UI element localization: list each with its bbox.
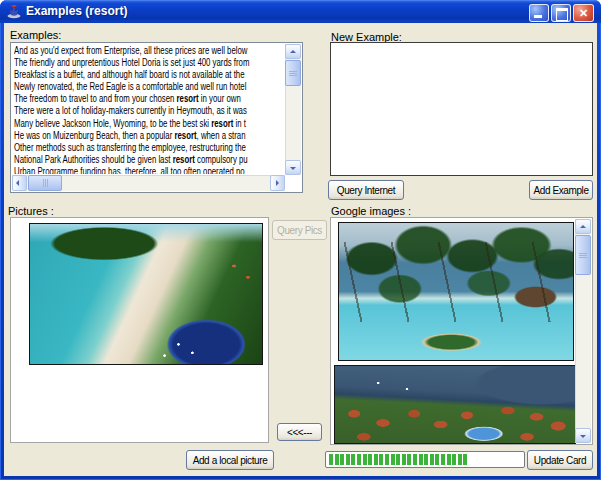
google-images-scrollbar[interactable] bbox=[575, 219, 591, 443]
examples-vertical-scrollbar[interactable] bbox=[285, 44, 301, 175]
scrollbar-thumb[interactable] bbox=[28, 175, 62, 191]
add-example-button[interactable]: Add Example bbox=[529, 180, 593, 200]
examples-horizontal-scrollbar[interactable] bbox=[12, 175, 285, 191]
pictures-panel[interactable] bbox=[10, 217, 269, 443]
minimize-button[interactable] bbox=[529, 4, 549, 22]
update-card-button[interactable]: Update Card bbox=[527, 450, 593, 470]
window-controls: ✕ bbox=[529, 4, 594, 22]
app-window: Examples (resort) ✕ Examples: And as you… bbox=[0, 0, 601, 480]
window-frame: Examples (resort) ✕ Examples: And as you… bbox=[0, 0, 601, 480]
thumb-grip bbox=[579, 255, 587, 256]
transfer-left-button[interactable]: <<<--- bbox=[277, 423, 322, 441]
pictures-label: Pictures : bbox=[8, 205, 54, 217]
scrollbar-thumb[interactable] bbox=[285, 60, 301, 86]
add-local-picture-button[interactable]: Add a local picture bbox=[186, 450, 274, 470]
close-button[interactable]: ✕ bbox=[573, 4, 594, 22]
google-image-1[interactable] bbox=[338, 222, 574, 361]
scroll-up-button[interactable] bbox=[285, 44, 301, 59]
thumb-grip bbox=[289, 73, 297, 74]
arrow-left-icon bbox=[16, 180, 19, 186]
update-progress-bar bbox=[325, 451, 525, 468]
scrollbar-thumb[interactable] bbox=[575, 235, 591, 275]
window-title: Examples (resort) bbox=[26, 4, 127, 18]
java-cup-icon bbox=[6, 3, 22, 19]
scroll-up-button[interactable] bbox=[575, 219, 591, 234]
query-internet-button[interactable]: Query Internet bbox=[328, 180, 404, 200]
google-images-label: Google images : bbox=[331, 205, 411, 217]
examples-label: Examples: bbox=[10, 29, 61, 41]
google-image-2[interactable] bbox=[334, 365, 576, 444]
client-area: Examples: And as you'd expect from Enter… bbox=[4, 23, 597, 476]
pictures-photo bbox=[29, 223, 263, 365]
arrow-up-icon bbox=[580, 225, 586, 228]
scroll-down-button[interactable] bbox=[285, 160, 301, 175]
arrow-down-icon bbox=[580, 435, 586, 438]
thumb-grip bbox=[45, 179, 46, 187]
arrow-down-icon bbox=[290, 167, 296, 170]
query-pics-button: Query Pics bbox=[272, 220, 327, 240]
arrow-up-icon bbox=[290, 50, 296, 53]
maximize-button[interactable] bbox=[551, 4, 571, 22]
progress-fill bbox=[329, 454, 469, 465]
scroll-right-button[interactable] bbox=[270, 175, 285, 191]
scroll-down-button[interactable] bbox=[575, 428, 591, 443]
scroll-left-button[interactable] bbox=[12, 175, 27, 191]
examples-text: And as you'd expect from Enterprise, all… bbox=[14, 45, 305, 174]
examples-textarea[interactable]: And as you'd expect from Enterprise, all… bbox=[10, 42, 303, 193]
google-images-panel[interactable] bbox=[330, 217, 593, 445]
arrow-right-icon bbox=[276, 180, 279, 186]
title-bar[interactable]: Examples (resort) ✕ bbox=[0, 0, 601, 23]
new-example-textarea[interactable] bbox=[330, 42, 593, 176]
